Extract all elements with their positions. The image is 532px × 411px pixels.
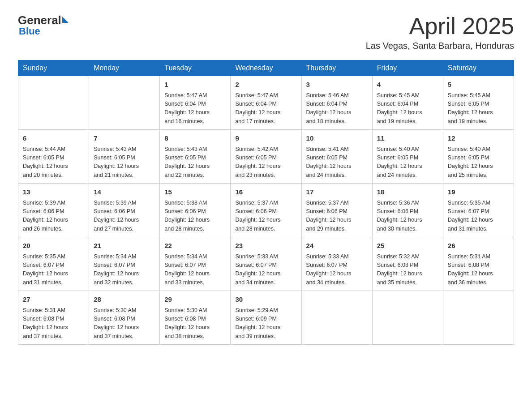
calendar-cell: 17Sunrise: 5:37 AMSunset: 6:06 PMDayligh… xyxy=(301,184,372,237)
calendar-cell xyxy=(443,291,514,345)
calendar-cell: 27Sunrise: 5:31 AMSunset: 6:08 PMDayligh… xyxy=(18,291,89,345)
calendar-cell: 14Sunrise: 5:39 AMSunset: 6:06 PMDayligh… xyxy=(89,184,160,237)
day-number: 18 xyxy=(377,187,438,197)
calendar-cell: 20Sunrise: 5:35 AMSunset: 6:07 PMDayligh… xyxy=(18,237,89,291)
day-number: 7 xyxy=(94,133,155,144)
calendar-cell: 25Sunrise: 5:32 AMSunset: 6:08 PMDayligh… xyxy=(372,237,443,291)
day-number: 16 xyxy=(235,187,296,197)
day-info: Sunrise: 5:38 AMSunset: 6:06 PMDaylight:… xyxy=(164,199,226,234)
calendar-cell: 23Sunrise: 5:33 AMSunset: 6:07 PMDayligh… xyxy=(231,237,301,291)
day-info: Sunrise: 5:43 AMSunset: 6:05 PMDaylight:… xyxy=(164,145,226,180)
day-info: Sunrise: 5:30 AMSunset: 6:08 PMDaylight:… xyxy=(164,306,226,341)
calendar-cell: 6Sunrise: 5:44 AMSunset: 6:05 PMDaylight… xyxy=(18,130,89,184)
weekday-header-friday: Friday xyxy=(372,60,443,76)
title-block: April 2025 Las Vegas, Santa Barbara, Hon… xyxy=(366,13,514,51)
weekday-header-tuesday: Tuesday xyxy=(160,60,231,76)
calendar-cell: 21Sunrise: 5:34 AMSunset: 6:07 PMDayligh… xyxy=(89,237,160,291)
day-number: 8 xyxy=(164,133,226,144)
day-info: Sunrise: 5:45 AMSunset: 6:05 PMDaylight:… xyxy=(448,91,509,126)
calendar-cell: 18Sunrise: 5:36 AMSunset: 6:06 PMDayligh… xyxy=(372,184,443,237)
day-number: 29 xyxy=(164,295,226,305)
day-info: Sunrise: 5:34 AMSunset: 6:07 PMDaylight:… xyxy=(94,253,155,287)
weekday-header-thursday: Thursday xyxy=(301,60,372,76)
calendar-cell: 29Sunrise: 5:30 AMSunset: 6:08 PMDayligh… xyxy=(160,291,231,345)
calendar-cell xyxy=(372,291,443,345)
day-number: 14 xyxy=(94,187,155,197)
calendar-cell: 28Sunrise: 5:30 AMSunset: 6:08 PMDayligh… xyxy=(89,291,160,345)
calendar-week-row: 6Sunrise: 5:44 AMSunset: 6:05 PMDaylight… xyxy=(18,130,514,184)
day-info: Sunrise: 5:31 AMSunset: 6:08 PMDaylight:… xyxy=(23,306,84,341)
calendar-cell xyxy=(18,76,89,130)
logo-triangle-icon xyxy=(62,17,69,23)
calendar-cell: 16Sunrise: 5:37 AMSunset: 6:06 PMDayligh… xyxy=(231,184,301,237)
day-info: Sunrise: 5:39 AMSunset: 6:06 PMDaylight:… xyxy=(94,199,155,234)
day-info: Sunrise: 5:47 AMSunset: 6:04 PMDaylight:… xyxy=(235,91,296,126)
day-info: Sunrise: 5:34 AMSunset: 6:07 PMDaylight:… xyxy=(164,253,226,287)
logo-blue: Blue xyxy=(19,26,40,37)
day-number: 13 xyxy=(23,187,84,197)
day-number: 23 xyxy=(235,241,296,251)
calendar-week-row: 13Sunrise: 5:39 AMSunset: 6:06 PMDayligh… xyxy=(18,184,514,237)
day-info: Sunrise: 5:37 AMSunset: 6:06 PMDaylight:… xyxy=(306,199,368,234)
calendar-cell: 10Sunrise: 5:41 AMSunset: 6:05 PMDayligh… xyxy=(301,130,372,184)
calendar-cell: 1Sunrise: 5:47 AMSunset: 6:04 PMDaylight… xyxy=(160,76,231,130)
calendar-cell: 22Sunrise: 5:34 AMSunset: 6:07 PMDayligh… xyxy=(160,237,231,291)
weekday-header-monday: Monday xyxy=(89,60,160,76)
day-number: 19 xyxy=(448,187,509,197)
day-number: 2 xyxy=(235,80,296,90)
calendar-cell: 11Sunrise: 5:40 AMSunset: 6:05 PMDayligh… xyxy=(372,130,443,184)
calendar-week-row: 20Sunrise: 5:35 AMSunset: 6:07 PMDayligh… xyxy=(18,237,514,291)
day-number: 17 xyxy=(306,187,368,197)
weekday-header-wednesday: Wednesday xyxy=(231,60,301,76)
day-info: Sunrise: 5:46 AMSunset: 6:04 PMDaylight:… xyxy=(306,91,368,126)
calendar-cell: 7Sunrise: 5:43 AMSunset: 6:05 PMDaylight… xyxy=(89,130,160,184)
day-number: 12 xyxy=(448,133,509,144)
day-number: 28 xyxy=(94,295,155,305)
day-number: 26 xyxy=(448,241,509,251)
calendar-cell: 2Sunrise: 5:47 AMSunset: 6:04 PMDaylight… xyxy=(231,76,301,130)
day-number: 11 xyxy=(377,133,438,144)
day-number: 22 xyxy=(164,241,226,251)
calendar-cell xyxy=(89,76,160,130)
day-number: 21 xyxy=(94,241,155,251)
calendar-cell: 5Sunrise: 5:45 AMSunset: 6:05 PMDaylight… xyxy=(443,76,514,130)
day-number: 25 xyxy=(377,241,438,251)
day-info: Sunrise: 5:40 AMSunset: 6:05 PMDaylight:… xyxy=(377,145,438,180)
day-info: Sunrise: 5:33 AMSunset: 6:07 PMDaylight:… xyxy=(235,253,296,287)
day-info: Sunrise: 5:41 AMSunset: 6:05 PMDaylight:… xyxy=(306,145,368,180)
day-info: Sunrise: 5:31 AMSunset: 6:08 PMDaylight:… xyxy=(448,253,509,287)
calendar-week-row: 1Sunrise: 5:47 AMSunset: 6:04 PMDaylight… xyxy=(18,76,514,130)
day-info: Sunrise: 5:44 AMSunset: 6:05 PMDaylight:… xyxy=(23,145,84,180)
logo: General Blue xyxy=(18,13,69,37)
day-number: 5 xyxy=(448,80,509,90)
calendar-cell: 4Sunrise: 5:45 AMSunset: 6:04 PMDaylight… xyxy=(372,76,443,130)
calendar-table: SundayMondayTuesdayWednesdayThursdayFrid… xyxy=(18,60,514,345)
weekday-header-saturday: Saturday xyxy=(443,60,514,76)
page-header: General Blue April 2025 Las Vegas, Santa… xyxy=(18,13,514,51)
day-info: Sunrise: 5:40 AMSunset: 6:05 PMDaylight:… xyxy=(448,145,509,180)
location: Las Vegas, Santa Barbara, Honduras xyxy=(366,41,514,51)
day-info: Sunrise: 5:43 AMSunset: 6:05 PMDaylight:… xyxy=(94,145,155,180)
day-number: 3 xyxy=(306,80,368,90)
calendar-cell: 12Sunrise: 5:40 AMSunset: 6:05 PMDayligh… xyxy=(443,130,514,184)
calendar-cell: 3Sunrise: 5:46 AMSunset: 6:04 PMDaylight… xyxy=(301,76,372,130)
day-info: Sunrise: 5:39 AMSunset: 6:06 PMDaylight:… xyxy=(23,199,84,234)
calendar-cell: 8Sunrise: 5:43 AMSunset: 6:05 PMDaylight… xyxy=(160,130,231,184)
day-info: Sunrise: 5:35 AMSunset: 6:07 PMDaylight:… xyxy=(448,199,509,234)
calendar-header-row: SundayMondayTuesdayWednesdayThursdayFrid… xyxy=(18,60,514,76)
day-info: Sunrise: 5:35 AMSunset: 6:07 PMDaylight:… xyxy=(23,253,84,287)
day-number: 10 xyxy=(306,133,368,144)
calendar-cell: 9Sunrise: 5:42 AMSunset: 6:05 PMDaylight… xyxy=(231,130,301,184)
day-number: 9 xyxy=(235,133,296,144)
day-info: Sunrise: 5:42 AMSunset: 6:05 PMDaylight:… xyxy=(235,145,296,180)
day-number: 6 xyxy=(23,133,84,144)
day-info: Sunrise: 5:36 AMSunset: 6:06 PMDaylight:… xyxy=(377,199,438,234)
calendar-cell: 13Sunrise: 5:39 AMSunset: 6:06 PMDayligh… xyxy=(18,184,89,237)
day-number: 20 xyxy=(23,241,84,251)
day-info: Sunrise: 5:30 AMSunset: 6:08 PMDaylight:… xyxy=(94,306,155,341)
day-info: Sunrise: 5:37 AMSunset: 6:06 PMDaylight:… xyxy=(235,199,296,234)
day-number: 27 xyxy=(23,295,84,305)
day-number: 30 xyxy=(235,295,296,305)
calendar-cell xyxy=(301,291,372,345)
month-title: April 2025 xyxy=(366,13,514,39)
